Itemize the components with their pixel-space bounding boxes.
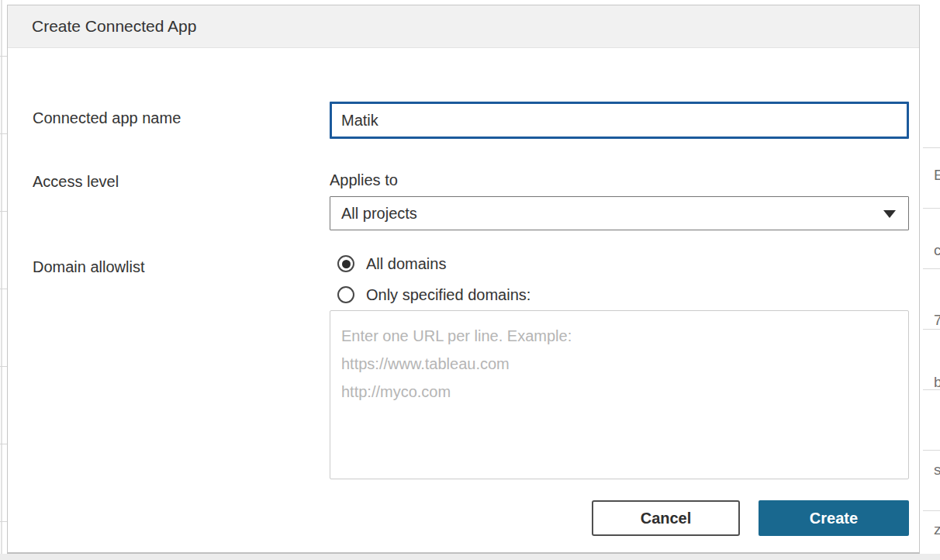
applies-to-selected-value: All projects [341, 205, 417, 223]
access-level-label: Access level [33, 173, 119, 191]
create-connected-app-dialog: Create Connected App Connected app name … [7, 5, 920, 554]
dialog-title: Create Connected App [32, 17, 196, 36]
clipped-text-fragment: c [934, 242, 940, 259]
dialog-body: Connected app name Access level Applies … [8, 49, 919, 552]
connected-app-name-label: Connected app name [33, 109, 181, 127]
clipped-text-fragment: E [934, 167, 940, 184]
applies-to-dropdown[interactable]: All projects [330, 196, 909, 230]
cancel-button[interactable]: Cancel [592, 500, 740, 536]
radio-all-domains-label: All domains [366, 255, 446, 273]
connected-app-name-input[interactable] [330, 102, 909, 139]
radio-only-specified-domains-label: Only specified domains: [366, 286, 530, 304]
create-button[interactable]: Create [759, 500, 909, 536]
clipped-text-fragment: s [934, 461, 940, 479]
radio-unselected-icon[interactable] [337, 286, 354, 303]
clipped-text-fragment: b [934, 374, 940, 391]
clipped-text-fragment: z [934, 521, 940, 538]
radio-only-specified-domains[interactable]: Only specified domains: [337, 285, 530, 304]
background-table-border [1, 0, 2, 560]
domain-allowlist-label: Domain allowlist [33, 258, 145, 276]
background-bottom-edge [0, 554, 940, 560]
dropdown-caret-icon [883, 210, 896, 218]
dialog-header: Create Connected App [8, 5, 919, 48]
page-background: E c 7 b s z Create Connected App Connect… [0, 0, 940, 560]
background-left-edge [0, 0, 7, 560]
background-right-edge: E c 7 b s z [920, 0, 940, 560]
radio-all-domains[interactable]: All domains [337, 254, 446, 273]
clipped-text-fragment: 7 [934, 312, 940, 329]
domain-allowlist-textarea[interactable] [330, 310, 909, 479]
applies-to-label: Applies to [330, 171, 398, 189]
radio-selected-icon[interactable] [337, 255, 354, 272]
